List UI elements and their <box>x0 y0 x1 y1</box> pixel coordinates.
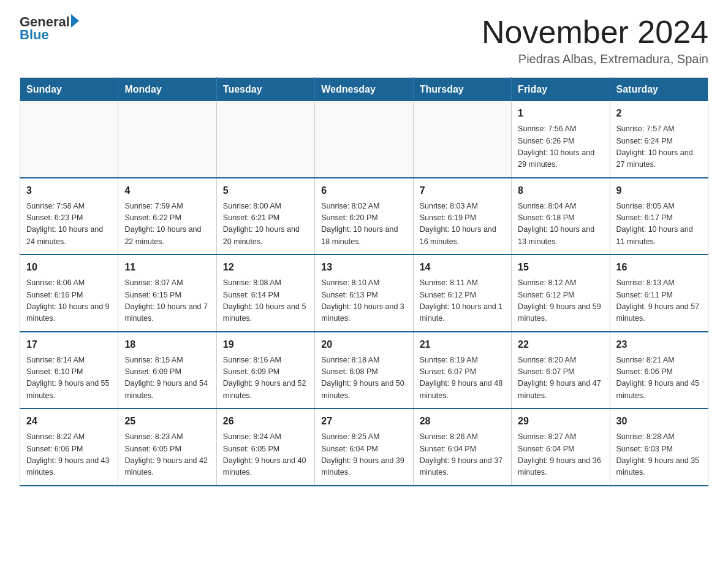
calendar-cell: 30Sunrise: 8:28 AM Sunset: 6:03 PM Dayli… <box>610 408 708 486</box>
calendar-cell: 19Sunrise: 8:16 AM Sunset: 6:09 PM Dayli… <box>216 332 314 409</box>
calendar-cell: 11Sunrise: 8:07 AM Sunset: 6:15 PM Dayli… <box>118 255 216 332</box>
title-block: November 2024 Piedras Albas, Extremadura… <box>482 15 708 66</box>
cell-info: Sunrise: 7:58 AM Sunset: 6:23 PM Dayligh… <box>26 201 112 248</box>
cell-info: Sunrise: 8:26 AM Sunset: 6:04 PM Dayligh… <box>420 431 505 479</box>
calendar-cell: 20Sunrise: 8:18 AM Sunset: 6:08 PM Dayli… <box>315 332 413 409</box>
calendar-cell: 10Sunrise: 8:06 AM Sunset: 6:16 PM Dayli… <box>20 255 118 332</box>
calendar-cell: 3Sunrise: 7:58 AM Sunset: 6:23 PM Daylig… <box>20 178 118 255</box>
logo: General Blue <box>20 15 79 43</box>
calendar-table: SundayMondayTuesdayWednesdayThursdayFrid… <box>20 77 708 486</box>
weekday-header-friday: Friday <box>512 78 610 102</box>
calendar-cell: 17Sunrise: 8:14 AM Sunset: 6:10 PM Dayli… <box>20 332 118 409</box>
cell-info: Sunrise: 8:27 AM Sunset: 6:04 PM Dayligh… <box>518 431 603 479</box>
cell-day-number: 4 <box>124 183 210 198</box>
cell-info: Sunrise: 7:56 AM Sunset: 6:26 PM Dayligh… <box>518 123 603 171</box>
cell-info: Sunrise: 8:15 AM Sunset: 6:09 PM Dayligh… <box>124 354 210 402</box>
calendar-cell: 6Sunrise: 8:02 AM Sunset: 6:20 PM Daylig… <box>315 178 413 255</box>
cell-day-number: 6 <box>321 183 406 198</box>
calendar-week-2: 3Sunrise: 7:58 AM Sunset: 6:23 PM Daylig… <box>20 178 708 255</box>
calendar-cell: 26Sunrise: 8:24 AM Sunset: 6:05 PM Dayli… <box>216 408 314 486</box>
cell-day-number: 2 <box>616 106 702 121</box>
calendar-week-4: 17Sunrise: 8:14 AM Sunset: 6:10 PM Dayli… <box>20 332 708 409</box>
weekday-header-tuesday: Tuesday <box>216 78 314 102</box>
calendar-cell: 23Sunrise: 8:21 AM Sunset: 6:06 PM Dayli… <box>610 332 708 409</box>
cell-info: Sunrise: 8:02 AM Sunset: 6:20 PM Dayligh… <box>321 201 406 248</box>
weekday-header-saturday: Saturday <box>610 78 708 102</box>
cell-day-number: 23 <box>616 337 702 352</box>
calendar-cell: 24Sunrise: 8:22 AM Sunset: 6:06 PM Dayli… <box>20 408 118 486</box>
page-title: November 2024 <box>482 15 708 50</box>
page-header: General Blue November 2024 Piedras Albas… <box>20 15 708 66</box>
cell-day-number: 15 <box>518 260 603 275</box>
cell-info: Sunrise: 8:05 AM Sunset: 6:17 PM Dayligh… <box>616 201 702 248</box>
cell-info: Sunrise: 8:21 AM Sunset: 6:06 PM Dayligh… <box>616 354 702 402</box>
calendar-cell <box>315 101 413 178</box>
logo-arrow-icon <box>71 14 79 28</box>
cell-day-number: 8 <box>518 183 603 198</box>
calendar-cell <box>216 101 314 178</box>
cell-day-number: 25 <box>124 414 210 429</box>
cell-info: Sunrise: 8:16 AM Sunset: 6:09 PM Dayligh… <box>223 354 308 402</box>
calendar-cell: 29Sunrise: 8:27 AM Sunset: 6:04 PM Dayli… <box>512 408 610 486</box>
calendar-cell: 1Sunrise: 7:56 AM Sunset: 6:26 PM Daylig… <box>512 101 610 178</box>
cell-info: Sunrise: 8:18 AM Sunset: 6:08 PM Dayligh… <box>321 354 406 402</box>
cell-day-number: 29 <box>518 414 603 429</box>
calendar-week-5: 24Sunrise: 8:22 AM Sunset: 6:06 PM Dayli… <box>20 408 708 486</box>
cell-info: Sunrise: 8:10 AM Sunset: 6:13 PM Dayligh… <box>321 277 406 325</box>
cell-day-number: 16 <box>616 260 702 275</box>
cell-day-number: 3 <box>26 183 112 198</box>
cell-day-number: 13 <box>321 260 406 275</box>
calendar-cell: 13Sunrise: 8:10 AM Sunset: 6:13 PM Dayli… <box>315 255 413 332</box>
weekday-header-wednesday: Wednesday <box>315 78 413 102</box>
cell-info: Sunrise: 8:25 AM Sunset: 6:04 PM Dayligh… <box>321 431 406 479</box>
calendar-cell: 28Sunrise: 8:26 AM Sunset: 6:04 PM Dayli… <box>413 408 511 486</box>
cell-day-number: 22 <box>518 337 603 352</box>
cell-info: Sunrise: 8:11 AM Sunset: 6:12 PM Dayligh… <box>420 277 505 325</box>
cell-day-number: 19 <box>223 337 308 352</box>
cell-info: Sunrise: 8:22 AM Sunset: 6:06 PM Dayligh… <box>26 431 112 479</box>
cell-day-number: 10 <box>26 260 112 275</box>
cell-day-number: 14 <box>420 260 505 275</box>
calendar-cell: 5Sunrise: 8:00 AM Sunset: 6:21 PM Daylig… <box>216 178 314 255</box>
cell-info: Sunrise: 8:23 AM Sunset: 6:05 PM Dayligh… <box>124 431 210 479</box>
calendar-cell <box>413 101 511 178</box>
calendar-cell: 8Sunrise: 8:04 AM Sunset: 6:18 PM Daylig… <box>512 178 610 255</box>
calendar-cell: 7Sunrise: 8:03 AM Sunset: 6:19 PM Daylig… <box>413 178 511 255</box>
cell-info: Sunrise: 7:59 AM Sunset: 6:22 PM Dayligh… <box>124 201 210 248</box>
cell-day-number: 30 <box>616 414 702 429</box>
calendar-header-row: SundayMondayTuesdayWednesdayThursdayFrid… <box>20 78 708 102</box>
cell-day-number: 7 <box>420 183 505 198</box>
cell-day-number: 17 <box>26 337 112 352</box>
cell-day-number: 24 <box>26 414 112 429</box>
cell-day-number: 18 <box>124 337 210 352</box>
calendar-cell: 16Sunrise: 8:13 AM Sunset: 6:11 PM Dayli… <box>610 255 708 332</box>
cell-info: Sunrise: 8:08 AM Sunset: 6:14 PM Dayligh… <box>223 277 308 325</box>
cell-day-number: 21 <box>420 337 505 352</box>
calendar-week-3: 10Sunrise: 8:06 AM Sunset: 6:16 PM Dayli… <box>20 255 708 332</box>
cell-info: Sunrise: 8:00 AM Sunset: 6:21 PM Dayligh… <box>223 201 308 248</box>
calendar-cell <box>118 101 216 178</box>
cell-day-number: 27 <box>321 414 406 429</box>
calendar-cell <box>20 101 118 178</box>
calendar-week-1: 1Sunrise: 7:56 AM Sunset: 6:26 PM Daylig… <box>20 101 708 178</box>
calendar-cell: 15Sunrise: 8:12 AM Sunset: 6:12 PM Dayli… <box>512 255 610 332</box>
weekday-header-sunday: Sunday <box>20 78 118 102</box>
cell-day-number: 12 <box>223 260 308 275</box>
cell-info: Sunrise: 8:20 AM Sunset: 6:07 PM Dayligh… <box>518 354 603 402</box>
calendar-cell: 2Sunrise: 7:57 AM Sunset: 6:24 PM Daylig… <box>610 101 708 178</box>
page-subtitle: Piedras Albas, Extremadura, Spain <box>482 52 708 66</box>
cell-day-number: 1 <box>518 106 603 121</box>
cell-info: Sunrise: 8:12 AM Sunset: 6:12 PM Dayligh… <box>518 277 603 325</box>
calendar-cell: 21Sunrise: 8:19 AM Sunset: 6:07 PM Dayli… <box>413 332 511 409</box>
calendar-cell: 9Sunrise: 8:05 AM Sunset: 6:17 PM Daylig… <box>610 178 708 255</box>
calendar-cell: 12Sunrise: 8:08 AM Sunset: 6:14 PM Dayli… <box>216 255 314 332</box>
logo-text-blue: Blue <box>20 27 79 43</box>
cell-info: Sunrise: 8:04 AM Sunset: 6:18 PM Dayligh… <box>518 201 603 248</box>
calendar-cell: 14Sunrise: 8:11 AM Sunset: 6:12 PM Dayli… <box>413 255 511 332</box>
cell-day-number: 5 <box>223 183 308 198</box>
cell-info: Sunrise: 8:19 AM Sunset: 6:07 PM Dayligh… <box>420 354 505 402</box>
cell-info: Sunrise: 8:03 AM Sunset: 6:19 PM Dayligh… <box>420 201 505 248</box>
cell-info: Sunrise: 8:13 AM Sunset: 6:11 PM Dayligh… <box>616 277 702 325</box>
calendar-cell: 4Sunrise: 7:59 AM Sunset: 6:22 PM Daylig… <box>118 178 216 255</box>
cell-info: Sunrise: 8:24 AM Sunset: 6:05 PM Dayligh… <box>223 431 308 479</box>
